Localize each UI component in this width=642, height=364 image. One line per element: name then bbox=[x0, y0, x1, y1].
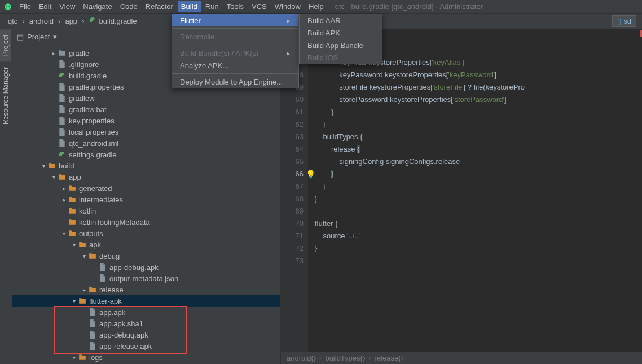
flutter-build-apk[interactable]: Build APK bbox=[300, 26, 382, 39]
menu-vcs[interactable]: VCS bbox=[248, 1, 270, 12]
code-line[interactable]: } bbox=[315, 118, 642, 131]
tree-item[interactable]: local.properties bbox=[12, 126, 280, 137]
tree-item[interactable]: app.apk bbox=[12, 307, 280, 318]
tree-item-label: apk bbox=[89, 241, 101, 249]
flutter-build-aar[interactable]: Build AAR bbox=[300, 14, 382, 26]
nav-crumb-android[interactable]: android bbox=[27, 16, 56, 26]
code-line[interactable]: } bbox=[315, 180, 642, 193]
code-editor[interactable]: 5758596061626364656667686970717273 signi… bbox=[281, 29, 642, 364]
code-line[interactable]: } bbox=[315, 193, 642, 205]
build-menu-analyze[interactable]: Analyze APK... bbox=[172, 59, 298, 72]
menu-file[interactable]: File bbox=[16, 1, 34, 12]
menu-window[interactable]: Window bbox=[271, 1, 304, 12]
editor-crumb-release[interactable]: release{} bbox=[375, 354, 403, 362]
project-tree[interactable]: ▸gradle.gitignorebuild.gradlegradle.prop… bbox=[12, 45, 280, 364]
code-line[interactable]: } bbox=[315, 242, 642, 255]
tree-item-label: flutter-apk bbox=[89, 297, 122, 305]
chevron-down-icon[interactable]: ▾ bbox=[53, 33, 57, 41]
flutter-build-bundle[interactable]: Build App Bundle bbox=[300, 39, 382, 51]
tree-item[interactable]: app-release.apk bbox=[12, 340, 280, 352]
tree-item[interactable]: qtc_android.iml bbox=[12, 137, 280, 149]
menu-tools[interactable]: Tools bbox=[223, 1, 247, 12]
intention-bulb-icon[interactable]: 💡 bbox=[306, 168, 315, 180]
expand-icon[interactable]: ▾ bbox=[70, 354, 78, 361]
tree-item[interactable]: app.apk.sha1 bbox=[12, 318, 280, 329]
project-icon: ▤ bbox=[17, 33, 24, 41]
tree-item[interactable]: settings.gradle bbox=[12, 149, 280, 160]
build-menu-flutter[interactable]: Flutter ▸ bbox=[172, 14, 298, 26]
menu-edit[interactable]: Edit bbox=[36, 1, 55, 12]
editor-crumb-android[interactable]: android{} bbox=[287, 354, 316, 362]
tree-item[interactable]: gradlew bbox=[12, 92, 280, 104]
tree-item[interactable]: ▾debug bbox=[12, 250, 280, 261]
collapse-icon[interactable]: ▸ bbox=[50, 50, 58, 56]
code-line[interactable]: flutter { bbox=[315, 217, 642, 230]
editor-crumb-buildtypes[interactable]: buildTypes{} bbox=[325, 354, 365, 362]
folder-icon bbox=[68, 217, 77, 227]
build-menu-deploy[interactable]: Deploy Module to App Engine... bbox=[172, 76, 298, 88]
collapse-icon[interactable]: ▸ bbox=[60, 197, 68, 203]
menu-run[interactable]: Run bbox=[202, 1, 222, 12]
tree-item[interactable]: ▾flutter-apk bbox=[12, 295, 280, 307]
code-line[interactable] bbox=[315, 205, 642, 217]
menu-build[interactable]: Build bbox=[178, 1, 201, 12]
build-menu-bundles[interactable]: Build Bundle(s) / APK(s) ▸ bbox=[172, 47, 298, 59]
expand-icon[interactable]: ▾ bbox=[60, 230, 68, 237]
line-number: 61 bbox=[281, 106, 304, 118]
tree-item[interactable]: ▸intermediates bbox=[12, 194, 280, 205]
code-line[interactable]: release { bbox=[315, 143, 642, 156]
tree-item[interactable]: ▸release bbox=[12, 284, 280, 295]
tab-project[interactable]: Project bbox=[0, 29, 11, 61]
expand-icon[interactable]: ▾ bbox=[80, 253, 88, 259]
menu-view[interactable]: View bbox=[56, 1, 78, 12]
expand-icon[interactable]: ▾ bbox=[39, 163, 47, 169]
tree-item-label: logs bbox=[89, 353, 103, 362]
code-line[interactable] bbox=[315, 255, 642, 267]
tree-item[interactable]: key.properties bbox=[12, 115, 280, 126]
tree-item[interactable]: kotlinToolingMetadata bbox=[12, 216, 280, 228]
code-line[interactable]: keyPassword keystoreProperties['keyPassw… bbox=[315, 69, 642, 81]
code-line[interactable]: buildTypes { bbox=[315, 131, 642, 143]
code-line[interactable]: storeFile keystoreProperties['storeFile'… bbox=[315, 81, 642, 94]
menu-code[interactable]: Code bbox=[117, 1, 141, 12]
menu-navigate[interactable]: Navigate bbox=[80, 1, 115, 12]
android-studio-logo-icon bbox=[3, 2, 12, 11]
tab-resource-manager[interactable]: Resource Manager bbox=[0, 61, 11, 130]
nav-crumb-app[interactable]: app bbox=[63, 16, 80, 26]
menu-refactor[interactable]: Refactor bbox=[142, 1, 177, 12]
collapse-icon[interactable]: ▸ bbox=[80, 287, 88, 293]
file-icon bbox=[58, 127, 67, 136]
expand-icon[interactable]: ▾ bbox=[70, 298, 78, 304]
tree-item[interactable]: app-debug.apk bbox=[12, 261, 280, 273]
tree-item[interactable]: app-debug.apk bbox=[12, 329, 280, 340]
tree-item[interactable]: ▾outputs bbox=[12, 228, 280, 239]
expand-icon[interactable]: ▾ bbox=[50, 174, 58, 180]
expand-icon[interactable]: ▾ bbox=[70, 242, 78, 248]
tree-item[interactable]: ▾logs bbox=[12, 352, 280, 363]
code-line[interactable]: }💡 bbox=[315, 168, 642, 180]
tree-item[interactable]: ▸generated bbox=[12, 183, 280, 194]
nav-crumb-file[interactable]: build.gradle bbox=[86, 15, 139, 27]
tree-item[interactable]: ▾app bbox=[12, 171, 280, 183]
code-line[interactable]: storePassword keystoreProperties['storeP… bbox=[315, 94, 642, 106]
tree-item[interactable]: ▾apk bbox=[12, 239, 280, 250]
tree-item[interactable]: ▾build bbox=[12, 160, 280, 171]
code-line[interactable]: signingConfig signingConfigs.release bbox=[315, 156, 642, 168]
code-line[interactable]: } bbox=[315, 106, 642, 118]
tree-item-label: build.gradle bbox=[69, 72, 107, 80]
tree-item[interactable]: gradlew.bat bbox=[12, 104, 280, 115]
tree-item[interactable]: kotlin bbox=[12, 205, 280, 216]
tree-item-label: build bbox=[59, 162, 74, 170]
menu-help[interactable]: Help bbox=[305, 1, 327, 12]
tree-item[interactable]: output-metadata.json bbox=[12, 273, 280, 284]
editor-breadcrumb: android{} › buildTypes{} › release{} bbox=[281, 352, 642, 364]
collapse-icon[interactable]: ▸ bbox=[60, 185, 68, 192]
editor-content[interactable]: signingConfigs { release { keyAlias keys… bbox=[308, 29, 642, 364]
device-selector-button[interactable]: ▯ sd bbox=[612, 15, 636, 27]
nav-crumb-root[interactable]: qtc bbox=[6, 16, 20, 26]
folder-icon bbox=[58, 172, 67, 181]
file-icon bbox=[88, 341, 97, 350]
build-menu-recompile: Recompile bbox=[172, 30, 298, 43]
code-line[interactable]: source '../..' bbox=[315, 230, 642, 242]
flutter-submenu: Build AAR Build APK Build App Bundle Bui… bbox=[299, 14, 382, 64]
